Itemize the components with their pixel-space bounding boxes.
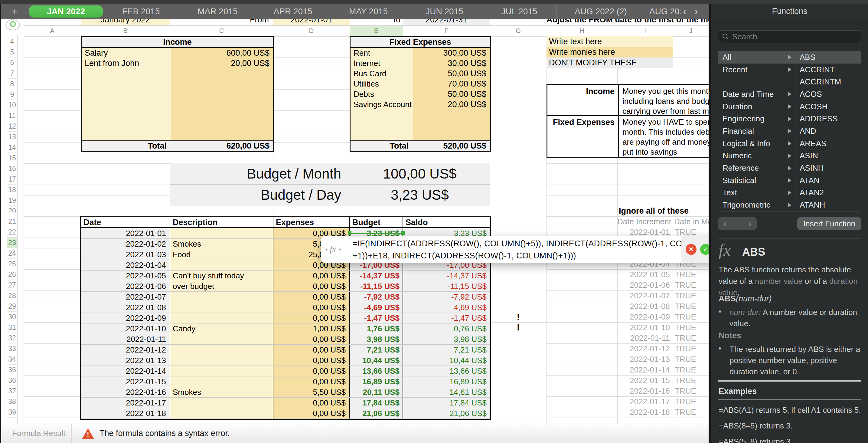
link-number-value[interactable]: number value (755, 276, 803, 286)
row-header[interactable]: 10 (7, 100, 17, 111)
row-header[interactable]: 4 (7, 36, 17, 47)
cell-description[interactable] (170, 228, 273, 238)
cell-expenses[interactable]: 0,00 US$ (273, 313, 350, 323)
income-label-cell[interactable] (82, 99, 171, 110)
warning-mark[interactable]: ! (490, 312, 547, 322)
fixed-label-cell[interactable]: Internet (350, 58, 413, 68)
cell-description[interactable]: Food (170, 249, 273, 260)
cell-saldo[interactable]: -7,92 US$ (403, 292, 490, 302)
cell-saldo[interactable]: 14,61 US$ (403, 387, 490, 397)
cell-date-increment[interactable]: 2022-01-14 (617, 365, 670, 375)
cell-date-in-month[interactable]: TRUE (675, 333, 696, 344)
row-header[interactable]: 31 (7, 322, 17, 333)
cell-date-increment[interactable]: 2022-01-08 (617, 301, 670, 312)
cell-date[interactable]: 2022-01-06 (81, 281, 170, 291)
budget-month-label[interactable]: Budget / Month (170, 164, 350, 185)
cell-description[interactable] (170, 408, 273, 418)
function-item[interactable]: ACCRINT (796, 63, 861, 76)
row-header[interactable]: 28 (7, 291, 17, 301)
cell-saldo[interactable]: 13,66 US$ (403, 366, 490, 376)
function-item[interactable]: AND (796, 125, 861, 137)
cell-month-title[interactable]: January 2022 (81, 19, 170, 25)
cell-date-increment[interactable]: 2022-01-13 (617, 354, 670, 365)
hint-write-text[interactable]: Write text here (547, 36, 673, 47)
cell-date[interactable]: 2022-01-16 (81, 387, 170, 397)
cell-budget[interactable]: 1,76 US$ (350, 323, 403, 334)
category-item[interactable]: Date and Time (718, 88, 795, 100)
cell-date[interactable]: 2022-01-01 (81, 228, 170, 238)
category-item[interactable]: Duration (718, 100, 795, 113)
fixed-value-cell[interactable]: 20,00 US$ (413, 99, 490, 110)
column-header[interactable]: D (273, 26, 350, 36)
cell-saldo[interactable]: 0,76 US$ (403, 323, 490, 334)
cell-date-increment[interactable]: 2022-01-15 (617, 375, 670, 386)
cell-budget[interactable]: -4,69 US$ (350, 302, 403, 313)
cell-description[interactable] (170, 355, 273, 365)
cell-budget[interactable]: 20,11 US$ (350, 387, 403, 397)
category-item[interactable]: Reference (718, 162, 795, 174)
hint-write-monies[interactable]: Write monies here (547, 47, 673, 58)
cell-saldo[interactable]: 17,84 US$ (403, 397, 490, 408)
row-header[interactable]: 8 (7, 79, 17, 89)
legend-fixed-term[interactable]: Fixed Expenses (548, 116, 618, 157)
category-item[interactable]: Text (718, 187, 795, 199)
cell-budget[interactable]: -11,15 US$ (350, 281, 403, 291)
budget-day-label[interactable]: Budget / Day (170, 185, 350, 206)
cell-expenses[interactable]: 0,00 US$ (273, 345, 350, 355)
cell-date-increment[interactable]: 2022-01-16 (617, 386, 670, 396)
income-label-cell[interactable] (82, 89, 171, 99)
cell-expenses[interactable]: 0,00 US$ (273, 355, 350, 365)
category-item[interactable]: Financial (718, 125, 795, 137)
row-header[interactable]: 29 (7, 301, 17, 312)
search-input[interactable] (732, 32, 858, 42)
row-header[interactable]: 21 (7, 216, 17, 227)
category-item[interactable]: Engineering (718, 113, 795, 125)
cell-expenses[interactable]: 0,00 US$ (273, 270, 350, 281)
income-label-cell[interactable]: Lent from John (82, 58, 171, 68)
cell-description[interactable] (170, 366, 273, 376)
cell-to-label[interactable]: To (350, 19, 403, 25)
fixed-value-cell[interactable] (413, 110, 490, 120)
cell-date-in-month[interactable]: TRUE (675, 291, 696, 301)
income-value-cell[interactable] (171, 120, 273, 130)
cell-description[interactable] (170, 377, 273, 387)
income-value-cell[interactable] (171, 130, 273, 140)
cell-saldo[interactable]: 7,21 US$ (403, 345, 490, 355)
row-header[interactable]: 11 (7, 111, 17, 121)
fixed-value-cell[interactable]: 50,00 US$ (413, 68, 490, 79)
legend-fixed-description[interactable]: Money you HAVE to spend this month. This… (618, 116, 709, 157)
row-header[interactable]: 27 (7, 280, 17, 291)
sheet-tab[interactable]: JUL 2015 (482, 4, 557, 19)
fixed-label-cell[interactable]: Rent (350, 48, 413, 58)
fixed-value-cell[interactable] (413, 120, 490, 130)
cell-date[interactable]: 2022-01-08 (81, 302, 170, 313)
fixed-expenses-title[interactable]: Fixed Expenses (350, 37, 490, 48)
cell-date[interactable]: 2022-01-12 (81, 345, 170, 355)
cell-budget[interactable]: 21,06 US$ (350, 408, 403, 418)
sheet-tab[interactable]: MAR 2015 (179, 4, 256, 19)
cell-saldo[interactable]: -4,69 US$ (403, 302, 490, 313)
cell-date-in-month[interactable]: TRUE (675, 312, 696, 322)
cell-date[interactable]: 2022-01-15 (81, 377, 170, 387)
category-item[interactable]: Trigonometric (718, 199, 795, 211)
cell-date[interactable]: 2022-01-11 (81, 334, 170, 344)
income-value-cell[interactable]: 20,00 US$ (171, 58, 273, 68)
formula-input[interactable]: =IF(INDIRECT(ADDRESS(ROW(), COLUMN()+5))… (353, 236, 681, 263)
category-item[interactable]: Logical & Info (718, 137, 795, 150)
income-value-cell[interactable] (171, 79, 273, 89)
row-header[interactable]: 25 (7, 259, 17, 269)
fixed-label-cell[interactable]: Utilities (350, 79, 413, 89)
row-header[interactable]: 39 (7, 407, 17, 418)
row-header[interactable]: 19 (7, 195, 17, 206)
column-header[interactable]: E (350, 26, 403, 36)
category-item[interactable]: Numeric (718, 150, 795, 162)
column-header[interactable]: G (490, 26, 547, 36)
income-value-cell[interactable]: 600,00 US$ (171, 48, 273, 58)
cell-date-increment[interactable]: 2022-01-05 (617, 269, 670, 280)
cell-saldo[interactable]: 10,44 US$ (403, 355, 490, 365)
income-label-cell[interactable] (82, 68, 171, 79)
column-header[interactable]: B (81, 26, 170, 36)
ignore-columns-title[interactable]: Ignore all of these (619, 206, 689, 216)
category-item[interactable]: All (718, 51, 795, 63)
function-item[interactable]: ACCRINTM (796, 76, 861, 88)
